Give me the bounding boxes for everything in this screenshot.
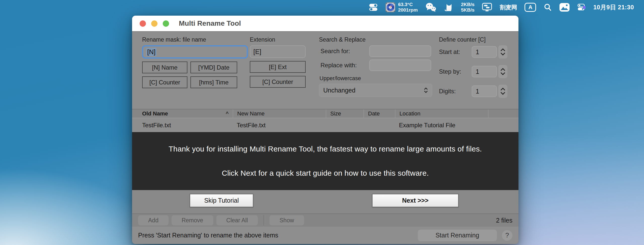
chevron-down-icon — [500, 52, 505, 55]
rename-mask-value: [N] — [146, 48, 156, 56]
column-new-name[interactable]: New Name — [233, 109, 326, 118]
status-hint: Press 'Start Renaming' to rename the abo… — [138, 232, 278, 239]
menubar-photos-item[interactable] — [559, 3, 570, 12]
tutorial-overlay-band: Thank you for installing Multi Rename To… — [132, 132, 518, 190]
network-speeds: 2KB/s 5KB/s — [461, 2, 475, 13]
menubar-network-item[interactable]: 2KB/s 5KB/s — [461, 2, 475, 13]
sort-ascending-icon: ^ — [226, 111, 229, 116]
extension-value: [E] — [253, 48, 261, 56]
replace-with-label: Replace with: — [319, 62, 369, 69]
network-up-speed: 2KB/s — [461, 2, 475, 7]
column-spacer — [488, 109, 518, 118]
step-by-label: Step by: — [439, 68, 472, 75]
cell-location: Example Tutorial File — [395, 122, 488, 129]
status-bar: Press 'Start Renaming' to rename the abo… — [132, 227, 518, 244]
cell-new-name: TestFile.txt — [233, 122, 326, 129]
chevron-down-icon — [500, 72, 505, 75]
menu-bar: 63.3°C 2001rpm 2KB/s 5KB/s — [0, 0, 644, 15]
menubar-search-item[interactable] — [544, 3, 552, 11]
status-dot — [583, 6, 586, 9]
list-toolbar: Add Remove Clear All Show 2 files — [132, 213, 518, 227]
remove-button[interactable]: Remove — [172, 215, 213, 225]
rename-mask-input[interactable]: [N] — [142, 45, 248, 58]
help-button[interactable]: ? — [502, 230, 512, 241]
tutorial-buttons-row: Skip Tutorial Next >>> — [132, 190, 518, 213]
toolbar-divider — [263, 215, 264, 226]
multi-rename-tool-window: Multi Rename Tool Rename mask: file name… — [132, 16, 518, 244]
token-name-button[interactable]: [N] Name — [142, 62, 187, 73]
case-selected-value: Unchanged — [323, 87, 355, 94]
menubar-site-item[interactable]: 割麦网 — [500, 4, 517, 11]
tutorial-line2: Click Next for a quick start guide on ho… — [222, 169, 429, 177]
menubar-fan-item[interactable]: 63.3°C 2001rpm — [385, 2, 418, 13]
digits-stepper[interactable] — [498, 85, 507, 98]
next-button[interactable]: Next >>> — [372, 194, 459, 207]
replace-with-input[interactable] — [369, 59, 431, 71]
tutorial-line1: Thank you for installing Multi Rename To… — [169, 145, 482, 153]
minimize-button[interactable] — [151, 20, 157, 27]
start-renaming-button[interactable]: Start Renaming — [418, 230, 497, 241]
token-ext-counter-button[interactable]: [C] Counter — [250, 76, 306, 88]
start-at-stepper[interactable] — [498, 45, 507, 58]
step-by-input[interactable]: 1 — [472, 66, 497, 77]
define-counter-label: Define counter [C] — [439, 36, 507, 43]
menubar-display-item[interactable] — [482, 3, 492, 12]
define-counter-section: Define counter [C] Start at: 1 Step by: … — [439, 36, 507, 98]
digits-label: Digits: — [439, 88, 472, 95]
fan-icon — [385, 2, 395, 12]
search-icon — [544, 3, 552, 11]
files-count-label: 2 files — [496, 217, 512, 224]
table-row[interactable]: TestFile.txt TestFile.txt Example Tutori… — [132, 118, 518, 132]
datetime-label: 10月9日 21:30 — [593, 3, 634, 11]
menubar-input-method-item[interactable]: A — [525, 3, 536, 12]
close-button[interactable] — [140, 20, 146, 27]
toggles-icon — [369, 3, 378, 11]
mask-token-buttons: [N] Name [YMD] Date [C] Counter [hms] Ti… — [142, 62, 248, 88]
cell-old-name: TestFile.txt — [132, 122, 233, 129]
site-label: 割麦网 — [500, 4, 517, 11]
chevron-down-icon — [500, 92, 505, 95]
menubar-control-center-item[interactable] — [577, 4, 586, 11]
start-at-input[interactable]: 1 — [472, 46, 497, 58]
token-date-button[interactable]: [YMD] Date — [190, 62, 237, 73]
token-counter-button[interactable]: [C] Counter — [142, 76, 187, 88]
show-button[interactable]: Show — [269, 215, 304, 225]
window-title: Multi Rename Tool — [179, 19, 241, 27]
rename-mask-label: Rename mask: file name — [142, 36, 248, 43]
search-for-label: Search for: — [319, 48, 369, 55]
column-size[interactable]: Size — [326, 109, 364, 118]
menubar-clock-item[interactable]: 10月9日 21:30 — [593, 3, 634, 11]
menubar-wechat-item[interactable] — [425, 3, 436, 12]
chevron-up-icon — [500, 68, 505, 71]
step-by-stepper[interactable] — [498, 65, 507, 78]
menubar-runcat-item[interactable] — [444, 3, 454, 12]
wechat-icon — [425, 3, 436, 12]
zoom-button[interactable] — [163, 20, 169, 27]
cpu-temperature: 63.3°C — [398, 2, 418, 7]
window-content: Rename mask: file name [N] [N] Name [YMD… — [132, 32, 518, 244]
extension-input[interactable]: [E] — [250, 45, 306, 58]
token-time-button[interactable]: [hms] Time — [190, 76, 237, 88]
start-at-label: Start at: — [439, 48, 472, 55]
case-select[interactable]: Unchanged — [319, 84, 432, 97]
display-icon — [482, 3, 492, 12]
search-for-input[interactable] — [369, 45, 431, 57]
rename-mask-section: Rename mask: file name [N] [N] Name [YMD… — [142, 36, 248, 88]
form-area: Rename mask: file name [N] [N] Name [YMD… — [132, 32, 518, 109]
add-button[interactable]: Add — [138, 215, 169, 225]
skip-tutorial-button[interactable]: Skip Tutorial — [190, 194, 253, 207]
file-table-header: Old Name ^ New Name Size Date Location — [132, 109, 518, 118]
menubar-toggles-item[interactable] — [369, 3, 378, 11]
cat-icon — [444, 3, 454, 12]
chevron-up-down-icon — [424, 87, 428, 93]
column-old-name[interactable]: Old Name ^ — [132, 109, 233, 118]
column-date[interactable]: Date — [364, 109, 395, 118]
column-location[interactable]: Location — [395, 109, 488, 118]
chevron-up-icon — [500, 48, 505, 51]
extension-section: Extension [E] [E] Ext [C] Counter — [250, 36, 306, 88]
token-ext-button[interactable]: [E] Ext — [250, 61, 306, 73]
digits-input[interactable]: 1 — [472, 85, 497, 97]
input-method-icon: A — [525, 3, 536, 12]
clear-all-button[interactable]: Clear All — [216, 215, 258, 225]
title-bar[interactable]: Multi Rename Tool — [132, 16, 518, 32]
